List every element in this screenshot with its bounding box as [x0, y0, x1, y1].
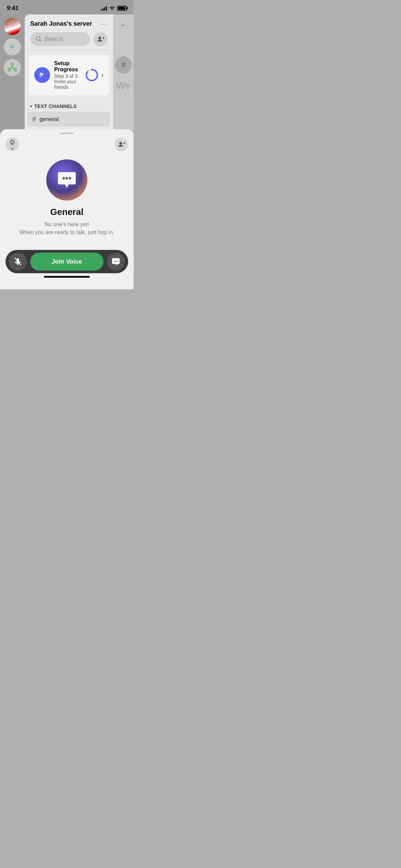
- svg-point-25: [114, 261, 115, 262]
- svg-point-12: [42, 73, 44, 74]
- sheet-handle-container: [0, 129, 134, 134]
- signal-icon: [101, 6, 107, 11]
- status-icons: [101, 6, 127, 11]
- bottom-sheet: General No one's here yet! When you are …: [0, 129, 134, 289]
- back-button[interactable]: ←: [117, 18, 130, 32]
- svg-point-16: [11, 141, 13, 143]
- sheet-add-member-button[interactable]: [114, 137, 128, 151]
- server-name-row: Sarah Jonas's server ···: [30, 20, 108, 28]
- channel-big-circle: [46, 159, 87, 201]
- setup-subtitle: Step 3 of 3: Invite your friends: [54, 73, 81, 90]
- setup-icon: [34, 67, 50, 83]
- svg-line-7: [40, 40, 41, 42]
- progress-circle: [85, 68, 99, 82]
- join-voice-button[interactable]: Join Voice: [30, 253, 104, 270]
- chat-bubble-icon: [57, 171, 77, 189]
- sheet-top-row: [0, 134, 134, 151]
- svg-point-27: [117, 261, 118, 262]
- svg-point-2: [14, 69, 17, 71]
- location-pin-icon: [9, 139, 16, 146]
- search-placeholder: Search: [45, 36, 63, 43]
- mute-button[interactable]: [9, 253, 27, 270]
- channel-header: Sarah Jonas's server ··· Search: [25, 14, 113, 51]
- sheet-channel-description: No one's here yet! When you are ready to…: [5, 221, 128, 236]
- svg-point-0: [11, 63, 14, 66]
- svg-point-17: [119, 142, 122, 145]
- sheet-channel-name: General: [50, 207, 84, 217]
- text-channels-label: Text Channels: [34, 104, 77, 109]
- sheet-handle: [60, 133, 74, 134]
- add-member-button[interactable]: [93, 32, 108, 46]
- section-chevron-icon: ▾: [30, 104, 32, 109]
- svg-point-26: [116, 261, 117, 262]
- we-label: We: [116, 80, 131, 91]
- status-time: 9:41: [7, 5, 19, 12]
- pin-dropdown-button[interactable]: [5, 137, 19, 151]
- svg-point-1: [8, 69, 11, 71]
- user-avatar-image: [4, 18, 21, 35]
- server-name: Sarah Jonas's server: [30, 20, 92, 27]
- setup-progress-card[interactable]: Setup Progress Step 3 of 3: Invite your …: [29, 55, 109, 95]
- chat-button[interactable]: [107, 253, 125, 270]
- search-row: Search: [30, 32, 108, 46]
- more-options-button[interactable]: ···: [100, 20, 108, 28]
- add-member-sheet-icon: [118, 141, 125, 148]
- add-member-icon: [97, 35, 104, 43]
- wifi-icon: [109, 6, 115, 11]
- join-voice-label: Join Voice: [52, 258, 82, 265]
- channel-item-general[interactable]: # general: [27, 112, 110, 126]
- svg-point-14: [86, 70, 97, 81]
- svg-point-20: [63, 177, 65, 180]
- search-box[interactable]: Search: [30, 32, 90, 46]
- setup-text: Setup Progress Step 3 of 3: Invite your …: [54, 60, 81, 90]
- svg-point-22: [69, 177, 71, 180]
- chat-icon: [111, 257, 120, 266]
- action-bar: Join Voice: [5, 250, 128, 273]
- channel-hash-pill: #: [115, 56, 132, 73]
- svg-line-5: [12, 68, 15, 69]
- browse-servers-button[interactable]: [4, 59, 21, 76]
- chevron-right-icon: ›: [101, 72, 104, 79]
- tree-icon: [8, 63, 17, 72]
- chevron-down-icon: [10, 147, 14, 150]
- search-icon: [36, 36, 42, 42]
- magic-wand-icon: [38, 71, 47, 80]
- server-avatar[interactable]: [4, 18, 21, 35]
- plus-icon: +: [10, 42, 15, 52]
- text-channels-section-header[interactable]: ▾ Text Channels: [25, 101, 113, 111]
- svg-point-21: [66, 177, 68, 180]
- channel-name: general: [39, 116, 59, 123]
- setup-title: Setup Progress: [54, 60, 81, 73]
- home-indicator: [44, 276, 90, 278]
- hash-icon: #: [32, 115, 36, 123]
- sheet-channel-icon: General No one's here yet! When you are …: [0, 151, 134, 243]
- mute-icon: [14, 257, 22, 266]
- svg-line-4: [9, 68, 12, 69]
- svg-point-8: [98, 37, 101, 39]
- add-server-button[interactable]: +: [4, 38, 21, 56]
- battery-icon: [117, 6, 127, 11]
- status-bar: 9:41: [0, 0, 134, 14]
- setup-progress-area: ›: [85, 68, 104, 82]
